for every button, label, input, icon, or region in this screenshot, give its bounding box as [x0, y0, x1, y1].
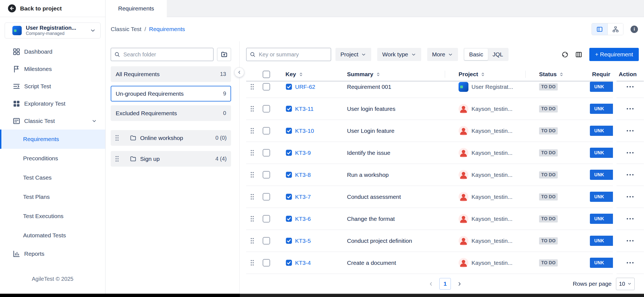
- row-checkbox[interactable]: [263, 149, 270, 156]
- group-all-requirements[interactable]: All Requirements 13: [111, 66, 231, 82]
- folder-online-workshop[interactable]: Online workshop 0 (0): [111, 130, 231, 146]
- row-drag-handle[interactable]: [246, 208, 258, 230]
- row-actions-button[interactable]: [624, 105, 636, 112]
- filter-work-type[interactable]: Work type: [377, 48, 421, 61]
- row-actions-button[interactable]: [624, 149, 636, 156]
- info-icon[interactable]: i: [631, 26, 638, 33]
- collapse-panel-button[interactable]: [234, 67, 244, 77]
- row-drag-handle[interactable]: [246, 186, 258, 208]
- requirement-key-link[interactable]: KT3-11: [295, 106, 313, 112]
- back-to-project[interactable]: Back to project: [0, 0, 105, 17]
- add-requirement-button[interactable]: + Requirement: [589, 48, 639, 61]
- row-actions-button[interactable]: [624, 259, 636, 266]
- mode-basic[interactable]: Basic: [464, 49, 488, 60]
- requirement-key-link[interactable]: KT3-5: [295, 238, 311, 244]
- refresh-button[interactable]: [560, 49, 571, 60]
- requirement-key-link[interactable]: KT3-8: [295, 172, 311, 178]
- filter-project[interactable]: Project: [335, 48, 371, 61]
- row-checkbox[interactable]: [263, 259, 270, 266]
- sidebar-item-test-cases[interactable]: Test Cases: [0, 168, 105, 187]
- tree-view-button[interactable]: [607, 23, 623, 35]
- filter-more[interactable]: More: [427, 48, 458, 61]
- row-actions-button[interactable]: [624, 237, 636, 244]
- coverage-badge[interactable]: UNK: [590, 170, 613, 180]
- group-excluded-requirements[interactable]: Excluded Requirements 0: [111, 105, 231, 121]
- row-drag-handle[interactable]: [246, 230, 258, 252]
- sidebar-item-preconditions[interactable]: Preconditions: [0, 149, 105, 168]
- sidebar-item-milestones[interactable]: Milestones: [0, 60, 105, 78]
- header-requirement-status[interactable]: Requir: [590, 68, 613, 81]
- row-drag-handle[interactable]: [246, 142, 258, 164]
- drag-handle-icon[interactable]: [115, 156, 119, 162]
- requirement-key-link[interactable]: URF-62: [295, 84, 315, 90]
- row-drag-handle[interactable]: [246, 164, 258, 186]
- folder-sign-up[interactable]: Sign up 4 (4): [111, 151, 231, 167]
- header-key[interactable]: Key: [274, 68, 339, 81]
- header-project[interactable]: Project: [445, 68, 525, 81]
- table-scrollbar-track[interactable]: [613, 68, 617, 274]
- requirement-key-link[interactable]: KT3-10: [295, 128, 314, 134]
- group-ungrouped-requirements[interactable]: Un-grouped Requirements 9: [111, 86, 231, 101]
- sidebar-item-requirements[interactable]: Requirements: [0, 130, 105, 149]
- sidebar-item-script-test[interactable]: Script Test: [0, 78, 105, 95]
- rows-per-page-select[interactable]: 10: [616, 278, 635, 290]
- sort-icon[interactable]: [376, 72, 381, 77]
- project-selector[interactable]: User Registration... Company-managed: [5, 23, 101, 38]
- sidebar-item-classic-test[interactable]: Classic Test: [0, 112, 105, 130]
- breadcrumb-parent[interactable]: Classic Test: [111, 26, 141, 32]
- sort-icon[interactable]: [481, 72, 485, 77]
- sidebar-item-test-executions[interactable]: Test Executions: [0, 207, 105, 226]
- coverage-badge[interactable]: UNK: [590, 104, 613, 114]
- breadcrumb-current[interactable]: Requirements: [149, 26, 185, 32]
- row-checkbox[interactable]: [263, 171, 270, 178]
- board-view-button[interactable]: [592, 23, 607, 35]
- header-summary[interactable]: Summary: [339, 68, 445, 81]
- previous-page-button[interactable]: [426, 279, 436, 289]
- row-drag-handle[interactable]: [246, 120, 258, 142]
- sidebar-item-test-plans[interactable]: Test Plans: [0, 187, 105, 207]
- coverage-badge[interactable]: UNK: [590, 236, 613, 246]
- select-all-checkbox[interactable]: [263, 71, 270, 78]
- drag-handle-icon[interactable]: [115, 135, 119, 141]
- table-search-input[interactable]: [246, 48, 331, 61]
- row-checkbox[interactable]: [263, 127, 270, 134]
- row-actions-button[interactable]: [624, 193, 636, 200]
- requirement-key-link[interactable]: KT3-9: [295, 150, 311, 156]
- sidebar-item-automated-tests[interactable]: Automated Tests: [0, 226, 105, 245]
- row-drag-handle[interactable]: [246, 98, 258, 120]
- row-actions-button[interactable]: [624, 127, 636, 134]
- row-checkbox[interactable]: [263, 83, 270, 90]
- sort-icon[interactable]: [559, 72, 564, 77]
- next-page-button[interactable]: [454, 279, 465, 289]
- columns-button[interactable]: [573, 49, 584, 60]
- coverage-badge[interactable]: UNK: [590, 82, 613, 92]
- row-actions-button[interactable]: [624, 83, 636, 90]
- requirement-key-link[interactable]: KT3-6: [295, 216, 311, 222]
- row-checkbox[interactable]: [263, 237, 270, 244]
- sidebar-item-exploratory-test[interactable]: Exploratory Test: [0, 95, 105, 112]
- requirement-key-link[interactable]: KT3-4: [295, 260, 311, 266]
- current-page-button[interactable]: 1: [439, 278, 451, 290]
- row-checkbox[interactable]: [263, 215, 270, 222]
- row-checkbox[interactable]: [263, 193, 270, 200]
- sort-icon[interactable]: [299, 72, 303, 77]
- coverage-badge[interactable]: UNK: [590, 126, 613, 136]
- new-folder-button[interactable]: [217, 48, 231, 61]
- folder-search-input[interactable]: [111, 48, 213, 61]
- header-status[interactable]: Status: [525, 68, 590, 81]
- row-actions-button[interactable]: [624, 215, 636, 222]
- mode-jql[interactable]: JQL: [488, 49, 508, 60]
- table-scroll-viewport[interactable]: Key Summary Project: [246, 68, 613, 274]
- coverage-badge[interactable]: UNK: [590, 258, 613, 268]
- requirement-key-link[interactable]: KT3-7: [295, 194, 311, 200]
- coverage-badge[interactable]: UNK: [590, 214, 613, 224]
- row-checkbox[interactable]: [263, 105, 270, 112]
- coverage-badge[interactable]: UNK: [590, 192, 613, 202]
- row-drag-handle[interactable]: [246, 252, 258, 274]
- sidebar-item-dashboard[interactable]: Dashboard: [0, 43, 105, 60]
- sidebar-item-reports[interactable]: Reports: [0, 245, 105, 262]
- row-actions-button[interactable]: [624, 171, 636, 178]
- coverage-badge[interactable]: UNK: [590, 148, 613, 158]
- tab-requirements[interactable]: Requirements: [106, 0, 167, 17]
- row-drag-handle[interactable]: [246, 81, 258, 98]
